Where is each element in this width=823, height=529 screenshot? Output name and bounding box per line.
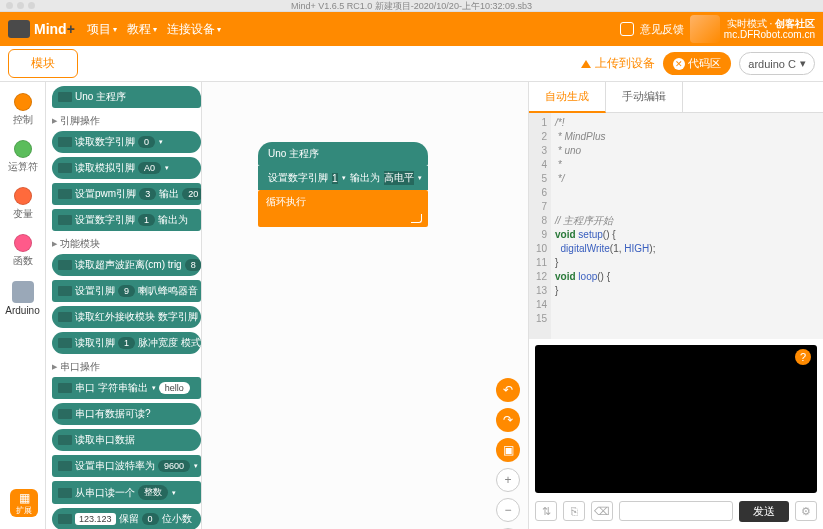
palette-block[interactable]: 读取引脚1脉冲宽度 模式 [52,332,201,354]
palette-block[interactable]: 设置pwm引脚3输出20 [52,183,201,205]
scroll-lock-button[interactable]: ⎘ [563,501,585,521]
category-Arduino[interactable]: Arduino [0,276,45,324]
code-panel: 自动生成 手动编辑 123456789101112131415 /*! * Mi… [528,82,823,529]
category-运算符[interactable]: 运算符 [0,135,45,182]
reset-button[interactable]: ▣ [496,438,520,462]
feedback-link[interactable]: 意见反馈 [640,22,684,37]
palette-section-func[interactable]: ▶功能模块 [52,235,201,254]
community-link[interactable]: 实时模式 · 创客社区 mc.DFRobot.com.cn [690,15,815,43]
palette-block[interactable]: 读取模拟引脚A0▾ [52,157,201,179]
clear-button[interactable]: ⌫ [591,501,613,521]
menu-project[interactable]: 项目▾ [87,21,117,38]
category-column: 控制运算符变量函数Arduino ▦ 扩展 [0,82,46,529]
category-函数[interactable]: 函数 [0,229,45,276]
code-editor[interactable]: 123456789101112131415 /*! * MindPlus * u… [529,113,823,339]
zoom-out-button[interactable]: − [496,498,520,522]
serial-console[interactable]: ? [535,345,817,493]
chevron-down-icon: ▾ [113,25,117,34]
canvas-tools: ↶ ↷ ▣ + − = [496,378,520,529]
upload-button[interactable]: 上传到设备 [581,55,655,72]
extension-button[interactable]: ▦ 扩展 [10,489,38,517]
chevron-down-icon: ▾ [217,25,221,34]
help-button[interactable]: ? [795,349,811,365]
palette-block[interactable]: 读取红外接收模块 数字引脚 [52,306,201,328]
redo-button[interactable]: ↷ [496,408,520,432]
block-main-hat[interactable]: Uno 主程序 [52,86,201,108]
menu-tutorial[interactable]: 教程▾ [127,21,157,38]
toolbar: 模块 上传到设备 ✕ 代码区 arduino C▾ [0,46,823,82]
palette-block[interactable]: 串口有数据可读? [52,403,201,425]
workspace-canvas[interactable]: Uno 主程序 设置数字引脚 1▾ 输出为 高电平▾ 循环执行 ↶ ↷ ▣ + … [202,82,528,529]
canvas-program[interactable]: Uno 主程序 设置数字引脚 1▾ 输出为 高电平▾ 循环执行 [258,142,428,227]
palette-block[interactable]: 设置串口波特率为9600▾ [52,455,201,477]
canvas-loop-block[interactable]: 循环执行 [258,190,428,227]
canvas-hat-block[interactable]: Uno 主程序 [258,142,428,166]
palette-block[interactable]: 串口 字符串输出▾hello [52,377,201,399]
zoom-in-button[interactable]: + [496,468,520,492]
palette-block[interactable]: 读取超声波距离(cm) trig8▾ [52,254,201,276]
window-title-text: Mind+ V1.6.5 RC1.0 新建项目-2020/10/20-上午10:… [291,1,532,11]
category-控制[interactable]: 控制 [0,88,45,135]
chevron-down-icon: ▾ [800,57,806,70]
palette-block[interactable]: 设置数字引脚1输出为 [52,209,201,231]
serial-input[interactable] [619,501,733,521]
block-palette[interactable]: Uno 主程序 ▶引脚操作 读取数字引脚0▾读取模拟引脚A0▾设置pwm引脚3输… [46,82,202,529]
topbar: Mind+ 项目▾ 教程▾ 连接设备▾ 意见反馈 实时模式 · 创客社区 mc.… [0,12,823,46]
undo-button[interactable]: ↶ [496,378,520,402]
palette-block[interactable]: 从串口读一个整数▾ [52,481,201,504]
chevron-down-icon: ▾ [153,25,157,34]
tab-manual-edit[interactable]: 手动编辑 [606,82,683,112]
canvas-setpin-block[interactable]: 设置数字引脚 1▾ 输出为 高电平▾ [258,166,428,190]
logo-icon [8,20,30,38]
menu-connect[interactable]: 连接设备▾ [167,21,221,38]
tab-auto-generate[interactable]: 自动生成 [529,82,606,113]
tab-module[interactable]: 模块 [8,49,78,78]
palette-block[interactable]: 123.123保留0位小数 [52,508,201,529]
palette-block[interactable]: 设置引脚9喇叭蜂鸣器音 [52,280,201,302]
logo[interactable]: Mind+ [8,20,75,38]
palette-block[interactable]: 读取数字引脚0▾ [52,131,201,153]
feedback-icon [620,22,634,36]
palette-section-pin[interactable]: ▶引脚操作 [52,112,201,131]
palette-section-serial[interactable]: ▶串口操作 [52,358,201,377]
settings-icon[interactable]: ⚙ [795,501,817,521]
upload-icon [581,60,591,68]
collapse-icon: ✕ [673,58,685,70]
code-toggle-button[interactable]: ✕ 代码区 [663,52,731,75]
language-select[interactable]: arduino C▾ [739,52,815,75]
category-变量[interactable]: 变量 [0,182,45,229]
palette-block[interactable]: 读取串口数据 [52,429,201,451]
usb-icon[interactable]: ⇅ [535,501,557,521]
cube-icon [690,15,720,43]
serial-toolbar: ⇅ ⎘ ⌫ 发送 ⚙ [529,499,823,529]
send-button[interactable]: 发送 [739,501,789,522]
window-titlebar: Mind+ V1.6.5 RC1.0 新建项目-2020/10/20-上午10:… [0,0,823,12]
